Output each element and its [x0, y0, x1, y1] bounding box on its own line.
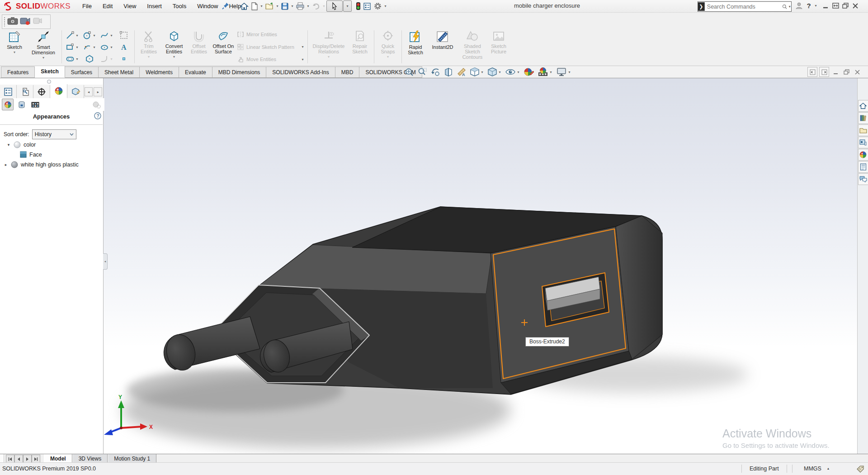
minimize-button[interactable] — [821, 0, 830, 11]
tab-solidworks-add-ins[interactable]: SOLIDWORKS Add-Ins — [266, 66, 335, 78]
chevron-down-icon[interactable]: ▾ — [75, 45, 79, 49]
doc-minimize-button[interactable] — [831, 67, 840, 76]
menu-view[interactable]: View — [118, 0, 142, 12]
chevron-down-icon[interactable]: ▾ — [814, 4, 818, 8]
select-tool-dropdown[interactable]: ▾ — [343, 0, 352, 12]
slot-tool[interactable]: ▾ — [64, 53, 81, 65]
cascade-windows-button[interactable] — [840, 0, 850, 11]
chevron-down-icon[interactable]: ▾ — [109, 45, 113, 49]
close-button[interactable] — [850, 0, 860, 11]
login-user-icon[interactable] — [794, 0, 804, 11]
menu-insert[interactable]: Insert — [142, 0, 167, 12]
zoom-to-area-button[interactable] — [417, 66, 428, 77]
display-style-button[interactable]: ▾ — [487, 66, 502, 77]
view-appearances-button[interactable] — [2, 99, 14, 110]
view-palette-button[interactable] — [858, 137, 868, 148]
search-commands-input[interactable] — [705, 4, 782, 10]
polygon-tool[interactable] — [81, 53, 98, 65]
menu-file[interactable]: File — [77, 0, 97, 12]
display-manager-tab[interactable] — [50, 84, 67, 98]
rebuild-button[interactable] — [355, 1, 362, 11]
search-type-icon[interactable]: ❯ — [698, 2, 705, 11]
custom-properties-tag-icon[interactable] — [856, 465, 864, 473]
tree-item-white-high-gloss-plastic[interactable]: ▸ white high gloss plastic — [4, 161, 79, 168]
search-commands-box[interactable]: ❯ ▾ — [698, 1, 792, 12]
chevron-down-icon[interactable]: ▾ — [498, 70, 502, 74]
rectangle-tool[interactable]: ▾ — [64, 41, 81, 53]
tab-weldments[interactable]: Weldments — [140, 66, 179, 78]
settings-gear-button[interactable] — [373, 1, 383, 11]
solidworks-resources-button[interactable] — [858, 100, 868, 112]
annotations-visibility-button[interactable]: A — [456, 66, 467, 77]
file-explorer-button[interactable] — [858, 124, 868, 136]
apply-scene-button[interactable]: ▾ — [537, 66, 553, 77]
chevron-down-icon[interactable]: ▾ — [92, 45, 96, 49]
tab-sketch[interactable]: Sketch — [35, 65, 65, 78]
chevron-up-icon[interactable]: ▴ — [827, 466, 829, 470]
zoom-to-fit-button[interactable] — [404, 66, 415, 77]
feature-manager-tab[interactable] — [0, 85, 17, 98]
chevron-down-icon[interactable]: ▾ — [42, 56, 44, 60]
tree-item-face[interactable]: Face — [20, 151, 42, 158]
ellipse-tool[interactable]: ▾ — [98, 41, 115, 53]
help-icon[interactable]: ? — [94, 112, 101, 119]
3d-views-tab[interactable]: 3D Views — [72, 454, 108, 463]
chevron-down-icon[interactable]: ▾ — [75, 33, 79, 38]
view-decals-button[interactable] — [30, 99, 41, 110]
chevron-down-icon[interactable]: ▾ — [173, 55, 175, 59]
tab-evaluate[interactable]: Evaluate — [179, 66, 212, 78]
new-document-button[interactable] — [250, 1, 259, 11]
print-button[interactable] — [295, 1, 306, 11]
section-view-button[interactable] — [443, 66, 454, 77]
panel-width-grip[interactable] — [47, 80, 51, 84]
open-document-button[interactable] — [264, 1, 275, 11]
graphics-viewport[interactable] — [103, 78, 857, 454]
show-right-pane-button[interactable] — [819, 67, 829, 77]
tab-mbd-dimensions[interactable]: MBD Dimensions — [212, 66, 267, 78]
forum-button[interactable] — [858, 173, 868, 185]
tab-scroll-left-button[interactable]: ◂ — [85, 87, 93, 96]
arc-tool[interactable]: ▾ — [81, 41, 98, 53]
chevron-down-icon[interactable]: ▾ — [788, 5, 791, 9]
chevron-down-icon[interactable]: ▾ — [383, 4, 387, 8]
chevron-down-icon[interactable]: ▾ — [516, 70, 520, 74]
sort-order-select[interactable]: History — [32, 129, 76, 139]
chevron-down-icon[interactable]: ▾ — [306, 4, 310, 8]
collapse-arrow-icon[interactable]: ▾ — [6, 142, 11, 147]
tab-surfaces[interactable]: Surfaces — [65, 66, 99, 78]
point-tool[interactable] — [115, 53, 132, 65]
chevron-down-icon[interactable]: ▾ — [290, 4, 294, 8]
chevron-down-icon[interactable]: ▾ — [275, 4, 279, 8]
previous-view-button[interactable] — [430, 66, 441, 77]
doc-restore-button[interactable] — [842, 67, 851, 76]
text-tool[interactable]: A — [115, 41, 132, 53]
record-video-button[interactable] — [20, 16, 31, 27]
sketch-button[interactable]: Sketch ▾ — [2, 29, 27, 65]
tab-features[interactable]: Features — [1, 66, 35, 78]
offset-on-surface-button[interactable]: Offset On Surface — [211, 29, 236, 65]
chevron-down-icon[interactable]: ▾ — [14, 50, 15, 54]
menu-tools[interactable]: Tools — [167, 0, 192, 12]
select-tool-button[interactable] — [326, 0, 343, 12]
lasso-selection-tool[interactable] — [115, 29, 132, 41]
tab-sheet-metal[interactable]: Sheet Metal — [99, 66, 140, 78]
view-scene-lights-button[interactable] — [16, 99, 27, 110]
pin-menu-icon[interactable] — [222, 2, 230, 10]
smart-dimension-button[interactable]: Smart Dimension ▾ — [27, 29, 60, 65]
chevron-down-icon[interactable]: ▾ — [567, 70, 571, 74]
instant2d-button[interactable]: Instant2D — [427, 29, 458, 65]
model-tab[interactable]: Model — [44, 454, 72, 463]
menu-window[interactable]: Window — [192, 0, 223, 12]
tab-scroll-right-button[interactable]: ▸ — [94, 87, 102, 96]
panel-collapse-handle[interactable]: ◂ — [103, 253, 108, 270]
chevron-down-icon[interactable]: ▾ — [259, 4, 264, 8]
home-button[interactable] — [239, 1, 250, 11]
edit-appearance-button[interactable] — [523, 66, 535, 77]
tab-mbd[interactable]: MBD — [335, 66, 360, 78]
chevron-down-icon[interactable]: ▾ — [75, 57, 79, 61]
restore-button[interactable] — [830, 0, 840, 11]
show-left-pane-button[interactable] — [807, 67, 817, 77]
chevron-down-icon[interactable]: ▾ — [549, 70, 553, 74]
appearances-scenes-button[interactable] — [858, 149, 868, 161]
custom-properties-button[interactable] — [858, 161, 868, 173]
